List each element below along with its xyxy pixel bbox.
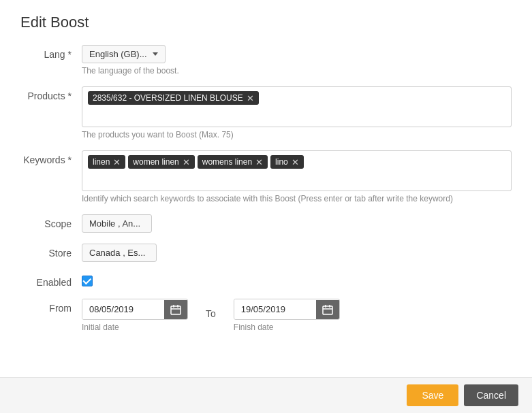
- enabled-row: Enabled: [20, 273, 512, 288]
- from-date-input[interactable]: [82, 299, 164, 319]
- date-content: Initial date To: [82, 299, 512, 332]
- to-date-input[interactable]: [234, 299, 316, 319]
- keyword-tag-womens-linen: womens linen ✕: [198, 155, 268, 169]
- product-tag-text: 2835/632 - OVERSIZED LINEN BLOUSE: [93, 93, 243, 103]
- keyword-tag-text: lino: [275, 157, 288, 167]
- lang-content: English (GB)... The language of the boos…: [82, 45, 512, 76]
- keywords-row: Keywords * linen ✕ women linen ✕ womens …: [20, 150, 512, 203]
- calendar-icon: [322, 304, 333, 315]
- keywords-tag-input[interactable]: linen ✕ women linen ✕ womens linen ✕ lin…: [82, 150, 512, 191]
- to-calendar-button[interactable]: [316, 300, 339, 319]
- scope-label: Scope: [20, 214, 82, 229]
- calendar-icon: [170, 304, 181, 315]
- scope-row: Scope Mobile , An...: [20, 214, 512, 233]
- to-date-hint: Finish date: [234, 323, 340, 332]
- date-row: From Initi: [20, 299, 512, 332]
- keywords-content: linen ✕ women linen ✕ womens linen ✕ lin…: [82, 150, 512, 203]
- from-date-hint: Initial date: [82, 323, 188, 332]
- save-button[interactable]: Save: [407, 384, 458, 406]
- to-date-input-wrap: [234, 299, 340, 320]
- page-container: Edit Boost Lang * English (GB)... The la…: [0, 0, 532, 413]
- product-tag-remove[interactable]: ✕: [247, 94, 254, 103]
- scope-dropdown[interactable]: Mobile , An...: [82, 214, 152, 233]
- keyword-tag-remove[interactable]: ✕: [255, 158, 263, 167]
- date-inputs: Initial date To: [82, 299, 512, 332]
- from-date-group: Initial date: [82, 299, 188, 332]
- store-content: Canada , Es...: [82, 244, 512, 262]
- store-label: Store: [20, 244, 82, 259]
- chevron-down-icon: [153, 52, 158, 56]
- to-date-group: Finish date: [234, 299, 340, 332]
- svg-rect-0: [171, 306, 181, 314]
- keyword-tag-linen: linen ✕: [88, 155, 125, 169]
- keyword-tag-remove[interactable]: ✕: [113, 158, 121, 167]
- from-calendar-button[interactable]: [164, 300, 187, 319]
- enabled-content: [82, 274, 512, 286]
- lang-dropdown[interactable]: English (GB)...: [82, 45, 166, 63]
- keyword-tag-remove[interactable]: ✕: [183, 158, 190, 167]
- products-tag-input[interactable]: 2835/632 - OVERSIZED LINEN BLOUSE ✕: [82, 86, 512, 127]
- keyword-tag-text: women linen: [133, 157, 178, 167]
- keywords-label: Keywords *: [20, 150, 82, 165]
- enabled-checkbox[interactable]: [82, 276, 93, 286]
- products-label: Products *: [20, 86, 82, 101]
- from-date-input-wrap: [82, 299, 188, 320]
- scope-dropdown-value: Mobile , An...: [89, 218, 140, 229]
- store-dropdown-value: Canada , Es...: [89, 248, 145, 258]
- lang-dropdown-value: English (GB)...: [89, 49, 147, 59]
- store-dropdown[interactable]: Canada , Es...: [82, 244, 157, 262]
- store-row: Store Canada , Es...: [20, 244, 512, 262]
- keyword-tag-lino: lino ✕: [270, 155, 304, 169]
- lang-hint: The language of the boost.: [82, 66, 512, 76]
- lang-row: Lang * English (GB)... The language of t…: [20, 45, 512, 76]
- from-label: From: [20, 299, 82, 314]
- page-title: Edit Boost: [20, 14, 512, 31]
- lang-label: Lang *: [20, 45, 82, 60]
- enabled-label: Enabled: [20, 273, 82, 288]
- scope-content: Mobile , An...: [82, 214, 512, 233]
- footer-bar: Save Cancel: [0, 377, 532, 413]
- to-label-wrap: To: [202, 299, 220, 319]
- keyword-tag-text: womens linen: [202, 157, 252, 167]
- keyword-tag-women-linen: women linen ✕: [128, 155, 194, 169]
- product-tag: 2835/632 - OVERSIZED LINEN BLOUSE ✕: [88, 91, 259, 105]
- cancel-button[interactable]: Cancel: [464, 384, 518, 406]
- keyword-tag-remove[interactable]: ✕: [292, 158, 299, 167]
- products-hint: The products you want to Boost (Max. 75): [82, 130, 512, 139]
- svg-rect-4: [323, 306, 332, 314]
- to-label: To: [206, 303, 216, 319]
- products-content: 2835/632 - OVERSIZED LINEN BLOUSE ✕ The …: [82, 86, 512, 139]
- keywords-hint: Identify which search keywords to associ…: [82, 194, 512, 203]
- keyword-tag-text: linen: [93, 157, 110, 167]
- products-row: Products * 2835/632 - OVERSIZED LINEN BL…: [20, 86, 512, 139]
